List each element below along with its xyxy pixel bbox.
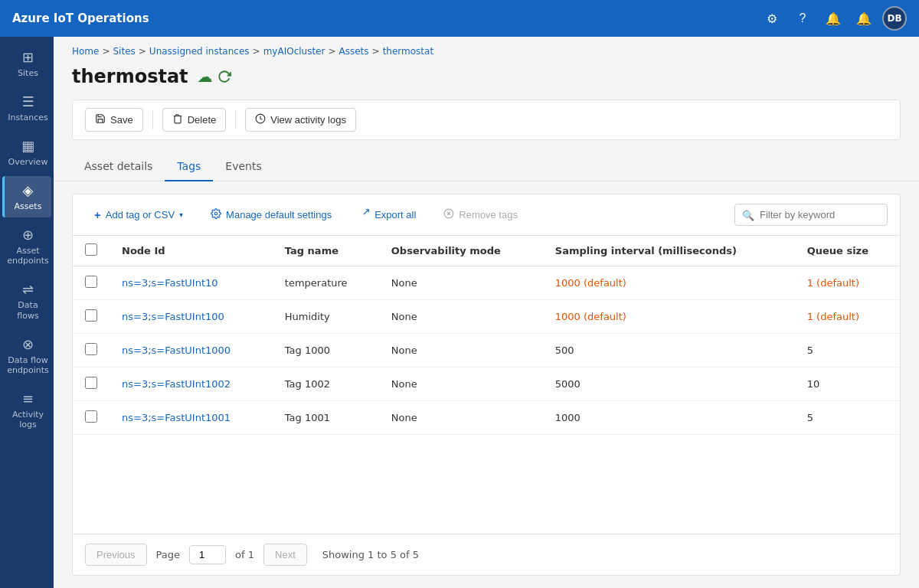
tab-asset-details[interactable]: Asset details [72,152,165,181]
sidebar-item-data-flow-endpoints[interactable]: ⊗ Data flow endpoints [2,330,51,381]
sidebar-item-overview[interactable]: ▦ Overview [2,132,51,173]
table-row: ns=3;s=FastUInt10 temperature None 1000 … [73,266,900,300]
row-node-id: ns=3;s=FastUInt1000 [110,334,273,368]
settings-icon[interactable]: ⚙ [760,6,784,31]
save-icon [95,113,106,126]
chevron-down-icon: ▾ [179,211,183,219]
row-checkbox-0[interactable] [85,276,97,288]
toolbar-divider-2 [235,111,236,129]
sidebar-label-assets: Assets [15,201,42,211]
breadcrumb-unassigned-instances[interactable]: Unassigned instances [149,46,250,57]
sidebar-item-data-flows[interactable]: ⇌ Data flows [2,275,51,326]
row-sampling: 500 [543,334,795,368]
instances-icon: ☰ [21,93,34,109]
row-node-id: ns=3;s=FastUInt1001 [110,401,273,435]
svg-line-2 [364,210,368,214]
sidebar-label-data-flow-endpoints: Data flow endpoints [7,355,49,375]
showing-text: Showing 1 to 5 of 5 [322,549,419,560]
header-checkbox-col [73,236,110,266]
row-sampling: 1000 (default) [543,300,795,334]
row-sampling: 1000 [543,401,795,435]
content-area: Home > Sites > Unassigned instances > my… [54,37,919,588]
user-avatar[interactable]: DB [882,6,907,31]
asset-endpoints-icon: ⊕ [22,227,34,243]
export-all-button[interactable]: Export all [350,204,425,226]
help-icon[interactable]: ? [790,6,815,31]
add-tag-button[interactable]: + Add tag or CSV ▾ [85,204,192,226]
tags-table: Node Id Tag name Observability mode Samp… [73,236,900,435]
tab-events[interactable]: Events [213,152,273,181]
page-title: thermostat [72,66,188,87]
node-id-link-3[interactable]: ns=3;s=FastUInt1002 [122,378,231,390]
sidebar-label-sites: Sites [18,68,38,78]
logs-icon [255,113,266,126]
feedback-icon[interactable]: 🔔 [821,6,845,31]
next-button[interactable]: Next [263,544,307,566]
row-checkbox-3[interactable] [85,377,97,389]
of-label: of 1 [235,549,254,560]
svg-point-1 [214,212,217,215]
view-logs-button[interactable]: View activity logs [245,108,356,132]
row-checkbox-2[interactable] [85,343,97,355]
sites-icon: ⊞ [22,49,34,65]
main-layout: ⊞ Sites ☰ Instances ▦ Overview ◈ Assets … [0,37,919,588]
table-header-row: Node Id Tag name Observability mode Samp… [73,236,900,266]
breadcrumb-home[interactable]: Home [72,46,99,57]
page-number-input[interactable] [189,545,226,564]
header-node-id: Node Id [110,236,273,266]
remove-tags-button[interactable]: Remove tags [434,204,527,226]
table-row: ns=3;s=FastUInt1002 Tag 1002 None 5000 1… [73,368,900,401]
breadcrumb-sites[interactable]: Sites [113,46,136,57]
notifications-icon[interactable]: 🔔 [852,6,876,31]
row-checkbox-cell [73,300,110,334]
filter-input[interactable] [734,204,888,226]
breadcrumb-cluster[interactable]: myAIOcluster [263,46,325,57]
row-obs-mode: None [379,401,543,435]
sidebar-item-asset-endpoints[interactable]: ⊕ Asset endpoints [2,220,51,272]
header-tag-name: Tag name [273,236,379,266]
previous-button[interactable]: Previous [85,544,147,566]
data-flow-endpoints-icon: ⊗ [22,336,34,352]
top-navigation: Azure IoT Operations ⚙ ? 🔔 🔔 DB [0,0,919,37]
row-sampling: 5000 [543,368,795,401]
pagination: Previous Page of 1 Next Showing 1 to 5 o… [73,534,900,575]
row-checkbox-4[interactable] [85,410,97,423]
node-id-link-4[interactable]: ns=3;s=FastUInt1001 [122,412,231,423]
sidebar-item-assets[interactable]: ◈ Assets [2,176,51,217]
row-queue-size: 1 (default) [795,266,900,300]
data-flows-icon: ⇌ [22,281,34,297]
select-all-checkbox[interactable] [85,243,97,256]
row-sampling: 1000 (default) [543,266,795,300]
sidebar-label-overview: Overview [8,157,48,167]
row-obs-mode: None [379,266,543,300]
row-checkbox-cell [73,334,110,368]
assets-icon: ◈ [23,182,34,198]
row-node-id: ns=3;s=FastUInt1002 [110,368,273,401]
sidebar-item-sites[interactable]: ⊞ Sites [2,43,51,84]
refresh-icon [217,70,231,83]
tags-table-container: + Add tag or CSV ▾ Manage default settin… [72,194,901,576]
sidebar-item-activity-logs[interactable]: ≡ Activity logs [2,384,51,436]
tab-tags[interactable]: Tags [165,152,213,181]
row-checkbox-cell [73,368,110,401]
manage-settings-button[interactable]: Manage default settings [201,204,341,226]
row-checkbox-cell [73,401,110,435]
node-id-link-1[interactable]: ns=3;s=FastUInt100 [122,311,224,322]
table-row: ns=3;s=FastUInt1001 Tag 1001 None 1000 5 [73,401,900,435]
delete-button[interactable]: Delete [162,108,227,132]
row-checkbox-1[interactable] [85,309,97,322]
sidebar-item-instances[interactable]: ☰ Instances [2,87,51,129]
header-obs-mode: Observability mode [379,236,543,266]
header-sampling: Sampling interval (milliseconds) [543,236,795,266]
export-icon [359,208,370,221]
remove-icon [443,208,454,221]
node-id-link-0[interactable]: ns=3;s=FastUInt10 [122,277,218,289]
save-button[interactable]: Save [85,108,143,132]
breadcrumb: Home > Sites > Unassigned instances > my… [54,37,919,60]
activity-logs-icon: ≡ [22,390,34,407]
tab-bar: Asset details Tags Events [54,152,919,181]
app-title: Azure IoT Operations [12,11,751,25]
node-id-link-2[interactable]: ns=3;s=FastUInt1000 [122,345,231,356]
overview-icon: ▦ [21,138,34,154]
breadcrumb-assets[interactable]: Assets [339,46,369,57]
